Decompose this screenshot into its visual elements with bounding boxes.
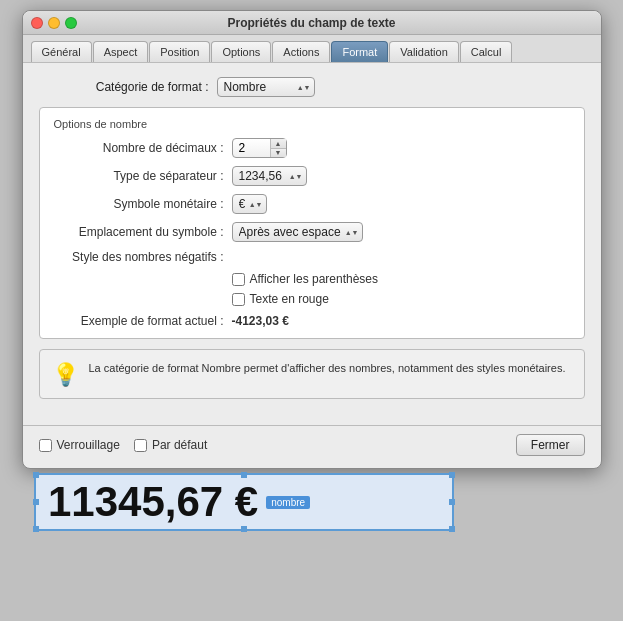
lock-label: Verrouillage <box>57 438 120 452</box>
separator-label: Type de séparateur : <box>54 169 224 183</box>
tab-options[interactable]: Options <box>211 41 271 62</box>
separator-row: Type de séparateur : 1234,56 1.234,56 1 … <box>54 166 570 186</box>
default-label: Par défaut <box>152 438 207 452</box>
negative-style-label: Style des nombres négatifs : <box>54 250 224 264</box>
tab-validation[interactable]: Validation <box>389 41 459 62</box>
red-text-checkbox-label[interactable]: Texte en rouge <box>232 292 570 306</box>
main-content: Catégorie de format : Nombre Aucun Pourc… <box>23 63 601 425</box>
placement-select-wrapper: Après avec espace Avant Avant avec espac… <box>232 222 363 242</box>
handle-top-right[interactable] <box>449 472 455 478</box>
red-text-checkbox[interactable] <box>232 293 245 306</box>
preview-text: 11345,67 € <box>48 481 258 523</box>
info-box: 💡 La catégorie de format Nombre permet d… <box>39 349 585 399</box>
preview-box: 11345,67 € nombre <box>34 473 454 531</box>
minimize-traffic-light[interactable] <box>48 17 60 29</box>
options-box: Options de nombre Nombre de décimaux : ▲… <box>39 107 585 339</box>
decimals-label: Nombre de décimaux : <box>54 141 224 155</box>
handle-bottom-mid[interactable] <box>241 526 247 532</box>
handle-bottom-left[interactable] <box>33 526 39 532</box>
example-row: Exemple de format actuel : -4123,03 € <box>54 314 570 328</box>
separator-select[interactable]: 1234,56 1.234,56 1 234,56 <box>232 166 307 186</box>
bottom-bar: Verrouillage Par défaut Fermer <box>23 425 601 468</box>
parentheses-checkbox-label[interactable]: Afficher les parenthèses <box>232 272 570 286</box>
currency-label: Symbole monétaire : <box>54 197 224 211</box>
properties-window: Propriétés du champ de texte Général Asp… <box>22 10 602 469</box>
tab-actions[interactable]: Actions <box>272 41 330 62</box>
default-checkbox[interactable] <box>134 439 147 452</box>
info-text: La catégorie de format Nombre permet d'a… <box>89 360 566 377</box>
category-row: Catégorie de format : Nombre Aucun Pourc… <box>39 77 585 97</box>
placement-label: Emplacement du symbole : <box>54 225 224 239</box>
tab-calcul[interactable]: Calcul <box>460 41 513 62</box>
close-button[interactable]: Fermer <box>516 434 585 456</box>
window-title: Propriétés du champ de texte <box>227 16 395 30</box>
traffic-lights <box>31 17 77 29</box>
tab-general[interactable]: Général <box>31 41 92 62</box>
handle-mid-left[interactable] <box>33 499 39 505</box>
currency-select-wrapper: € $ £ ¥ <box>232 194 267 214</box>
preview-area: 11345,67 € nombre <box>20 473 603 563</box>
options-title: Options de nombre <box>54 118 570 130</box>
placement-row: Emplacement du symbole : Après avec espa… <box>54 222 570 242</box>
bottom-left: Verrouillage Par défaut <box>39 438 208 452</box>
parentheses-label: Afficher les parenthèses <box>250 272 379 286</box>
checkbox-group: Afficher les parenthèses Texte en rouge <box>232 272 570 306</box>
currency-select[interactable]: € $ £ ¥ <box>232 194 267 214</box>
placement-select[interactable]: Après avec espace Avant Avant avec espac… <box>232 222 363 242</box>
spinner-buttons: ▲ ▼ <box>270 139 286 157</box>
handle-top-mid[interactable] <box>241 472 247 478</box>
negative-style-row: Style des nombres négatifs : <box>54 250 570 264</box>
titlebar: Propriétés du champ de texte <box>23 11 601 35</box>
currency-row: Symbole monétaire : € $ £ ¥ <box>54 194 570 214</box>
default-checkbox-label[interactable]: Par défaut <box>134 438 207 452</box>
preview-container: 11345,67 € nombre <box>34 473 454 531</box>
red-text-label: Texte en rouge <box>250 292 329 306</box>
tabs-bar: Général Aspect Position Options Actions … <box>23 35 601 63</box>
separator-select-wrapper: 1234,56 1.234,56 1 234,56 <box>232 166 307 186</box>
example-label: Exemple de format actuel : <box>54 314 224 328</box>
spinner-up[interactable]: ▲ <box>271 139 286 149</box>
category-select[interactable]: Nombre Aucun Pourcentage Date Heure Spéc… <box>217 77 315 97</box>
handle-bottom-right[interactable] <box>449 526 455 532</box>
category-label: Catégorie de format : <box>39 80 209 94</box>
handle-mid-right[interactable] <box>449 499 455 505</box>
maximize-traffic-light[interactable] <box>65 17 77 29</box>
close-traffic-light[interactable] <box>31 17 43 29</box>
bulb-icon: 💡 <box>52 362 79 388</box>
spinner-down[interactable]: ▼ <box>271 149 286 158</box>
tab-format[interactable]: Format <box>331 41 388 62</box>
tab-aspect[interactable]: Aspect <box>93 41 149 62</box>
category-select-wrapper: Nombre Aucun Pourcentage Date Heure Spéc… <box>217 77 315 97</box>
preview-badge: nombre <box>266 496 310 509</box>
decimals-row: Nombre de décimaux : ▲ ▼ <box>54 138 570 158</box>
handle-top-left[interactable] <box>33 472 39 478</box>
lock-checkbox-label[interactable]: Verrouillage <box>39 438 120 452</box>
decimals-spinner: ▲ ▼ <box>232 138 287 158</box>
example-value: -4123,03 € <box>232 314 289 328</box>
tab-position[interactable]: Position <box>149 41 210 62</box>
lock-checkbox[interactable] <box>39 439 52 452</box>
parentheses-checkbox[interactable] <box>232 273 245 286</box>
